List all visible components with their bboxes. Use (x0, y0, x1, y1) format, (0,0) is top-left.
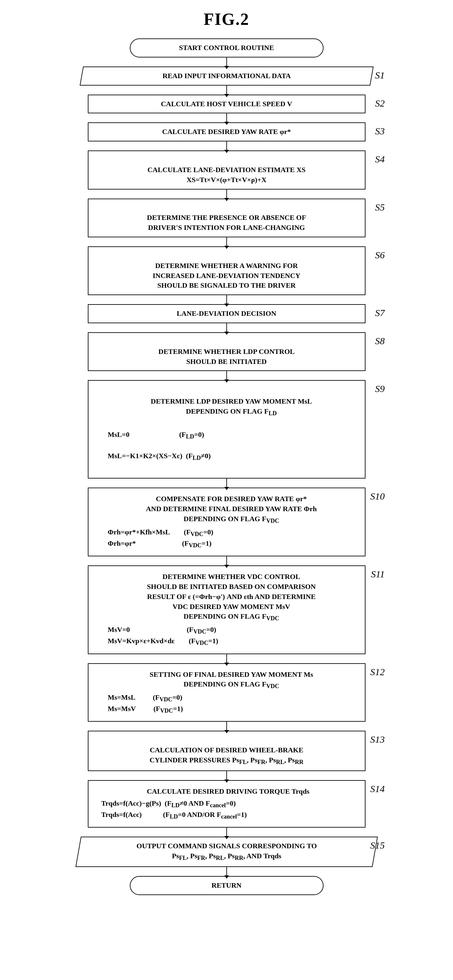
step-s1: READ INPUT INFORMATIONAL DATA S1 (49, 67, 404, 86)
shape-s2: CALCULATE HOST VEHICLE SPEED V (88, 95, 366, 114)
step-s10: COMPENSATE FOR DESIRED YAW RATE φr*AND D… (49, 488, 404, 556)
shape-s7: LANE-DEVIATION DECISION (88, 304, 366, 323)
step-s11: DETERMINE WHETHER VDC CONTROLSHOULD BE I… (49, 565, 404, 654)
shape-s12: SETTING OF FINAL DESIRED YAW MOMENT MsDE… (88, 663, 366, 722)
step-s2: CALCULATE HOST VEHICLE SPEED V S2 (49, 95, 404, 114)
step-label-s10: S10 (370, 491, 385, 502)
step-s12: SETTING OF FINAL DESIRED YAW MOMENT MsDE… (49, 663, 404, 722)
step-label-s1: S1 (375, 70, 385, 81)
step-label-s11: S11 (371, 569, 385, 580)
arrow-2 (226, 113, 227, 123)
step-s15: OUTPUT COMMAND SIGNALS CORRESPONDING TOP… (49, 837, 404, 867)
arrow-13 (226, 771, 227, 780)
arrow-10 (226, 556, 227, 565)
arrow-8 (226, 371, 227, 380)
shape-s3: CALCULATE DESIRED YAW RATE φr* (88, 123, 366, 142)
step-label-s6: S6 (375, 250, 385, 261)
shape-s10: COMPENSATE FOR DESIRED YAW RATE φr*AND D… (88, 488, 366, 556)
step-label-s4: S4 (375, 154, 385, 165)
step-s13: CALCULATION OF DESIRED WHEEL-BRAKECYLIND… (49, 731, 404, 771)
shape-return: RETURN (130, 876, 324, 895)
arrow-14 (226, 827, 227, 837)
shape-s1: READ INPUT INFORMATIONAL DATA (79, 67, 373, 86)
arrow-7 (226, 323, 227, 332)
flowchart: START CONTROL ROUTINE READ INPUT INFORMA… (49, 38, 404, 895)
shape-s5: DETERMINE THE PRESENCE OR ABSENCE OF DRI… (88, 199, 366, 237)
arrow-9 (226, 479, 227, 488)
step-s9: DETERMINE LDP DESIRED YAW MOMENT MsLDEPE… (49, 380, 404, 479)
step-label-s13: S13 (370, 734, 385, 745)
step-s7: LANE-DEVIATION DECISION S7 (49, 304, 404, 323)
arrow-12 (226, 722, 227, 731)
step-label-s15: S15 (370, 840, 385, 851)
step-s5: DETERMINE THE PRESENCE OR ABSENCE OF DRI… (49, 199, 404, 237)
step-label-s7: S7 (375, 307, 385, 318)
step-label-s5: S5 (375, 202, 385, 213)
arrow-4 (226, 189, 227, 199)
step-start: START CONTROL ROUTINE (49, 38, 404, 57)
step-label-s9: S9 (375, 383, 385, 394)
step-s6: DETERMINE WHETHER A WARNING FOR INCREASE… (49, 247, 404, 295)
shape-s8: DETERMINE WHETHER LDP CONTROL SHOULD BE … (88, 332, 366, 371)
shape-s4: CALCULATE LANE-DEVIATION ESTIMATE XS XS=… (88, 151, 366, 189)
shape-s13: CALCULATION OF DESIRED WHEEL-BRAKECYLIND… (88, 731, 366, 771)
step-label-s3: S3 (375, 126, 385, 137)
step-label-s8: S8 (375, 336, 385, 347)
step-return: RETURN (49, 876, 404, 895)
arrow-6 (226, 295, 227, 304)
step-s3: CALCULATE DESIRED YAW RATE φr* S3 (49, 123, 404, 142)
step-s4: CALCULATE LANE-DEVIATION ESTIMATE XS XS=… (49, 151, 404, 189)
shape-s6: DETERMINE WHETHER A WARNING FOR INCREASE… (88, 247, 366, 295)
arrow-11 (226, 654, 227, 663)
arrow-5 (226, 237, 227, 247)
step-label-s12: S12 (370, 667, 385, 678)
fig-title: FIG.2 (204, 10, 249, 29)
step-s14: CALCULATE DESIRED DRIVING TORQUE Trqds T… (49, 780, 404, 827)
arrow-15 (226, 867, 227, 876)
shape-s14: CALCULATE DESIRED DRIVING TORQUE Trqds T… (88, 780, 366, 827)
arrow-0 (226, 57, 227, 67)
step-label-s14: S14 (370, 783, 385, 794)
arrow-3 (226, 142, 227, 151)
shape-start: START CONTROL ROUTINE (130, 38, 324, 57)
shape-s11: DETERMINE WHETHER VDC CONTROLSHOULD BE I… (88, 565, 366, 654)
shape-s15: OUTPUT COMMAND SIGNALS CORRESPONDING TOP… (75, 837, 378, 867)
step-label-s2: S2 (375, 98, 385, 109)
arrow-1 (226, 86, 227, 95)
shape-s9: DETERMINE LDP DESIRED YAW MOMENT MsLDEPE… (88, 380, 366, 479)
step-s8: DETERMINE WHETHER LDP CONTROL SHOULD BE … (49, 332, 404, 371)
